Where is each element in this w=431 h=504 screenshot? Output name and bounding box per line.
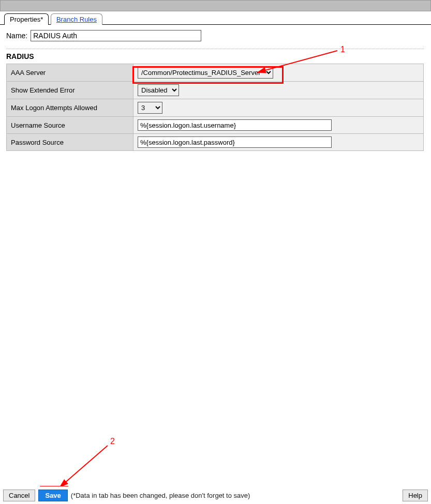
footer-note: (*Data in tab has been changed, please d… (71, 492, 250, 499)
annotation-label-2: 2 (110, 437, 115, 446)
tab-bar: Properties* Branch Rules (0, 11, 431, 25)
name-input[interactable] (31, 30, 201, 41)
select-show-extended-error[interactable]: Disabled (138, 84, 179, 96)
input-password-source[interactable] (138, 136, 332, 148)
tab-branch-rules[interactable]: Branch Rules (51, 13, 102, 25)
select-max-logon-attempts[interactable]: 3 (138, 102, 162, 114)
input-username-source[interactable] (138, 119, 332, 131)
tab-properties[interactable]: Properties* (4, 13, 49, 25)
section-divider (6, 49, 424, 49)
window-titlebar (0, 0, 431, 11)
label-max-logon-attempts: Max Logon Attempts Allowed (7, 99, 133, 117)
svg-line-1 (60, 446, 108, 487)
section-title-radius: RADIUS (6, 52, 424, 60)
label-password-source: Password Source (7, 134, 133, 151)
name-label: Name: (6, 32, 27, 40)
label-aaa-server: AAA Server (7, 64, 133, 82)
select-aaa-server[interactable]: /Common/Protectimus_RADIUS_Server (138, 67, 273, 79)
label-username-source: Username Source (7, 117, 133, 134)
footer-bar: Cancel Save (*Data in tab has been chang… (0, 486, 431, 504)
help-button[interactable]: Help (403, 490, 428, 501)
label-show-extended-error: Show Extended Error (7, 82, 133, 99)
cancel-button[interactable]: Cancel (3, 490, 35, 501)
config-table: AAA Server /Common/Protectimus_RADIUS_Se… (6, 64, 424, 151)
save-button[interactable]: Save (38, 490, 67, 501)
